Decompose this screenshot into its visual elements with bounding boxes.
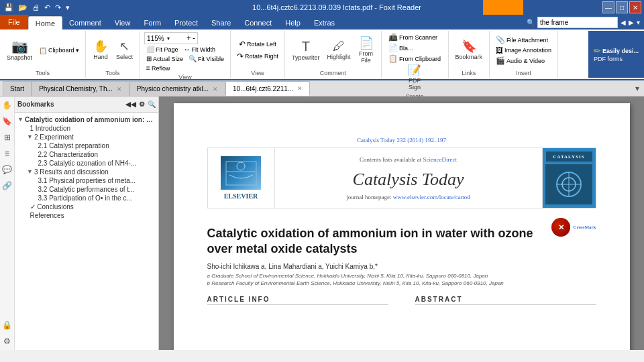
close-tab-current[interactable]: ✕ <box>297 85 303 92</box>
from-file-icon: 📄 <box>359 37 374 49</box>
tab-view[interactable]: View <box>108 16 138 29</box>
select-icon: ↖ <box>119 40 129 52</box>
bookmark-root[interactable]: ▼ Catalytic oxidation of ammonium ion: m… <box>17 115 156 124</box>
doc-tab-physchem[interactable]: Physical Chemistry, Th... ✕ <box>32 81 129 96</box>
tab-share[interactable]: Share <box>205 16 237 29</box>
pdf-sign-button[interactable]: 📝 PDFSign <box>405 64 424 92</box>
bookmark-intro[interactable]: 1 Introduction <box>17 124 156 133</box>
bookmark-participation[interactable]: 3.3 Participation of O• in the c... <box>17 194 156 202</box>
undo-icon[interactable]: ↶ <box>43 3 52 13</box>
cover-label: CATALYSIS <box>546 152 592 162</box>
from-clipboard-button[interactable]: 📋 From Clipboard <box>386 54 443 64</box>
security-panel-icon[interactable]: 🔒 <box>1 319 13 331</box>
zoom-in-icon[interactable]: + <box>186 34 191 43</box>
from-scanner-button[interactable]: 📠 From Scanner <box>386 32 439 42</box>
typewriter-button[interactable]: T Typewriter <box>289 38 323 62</box>
bookmarks-sidebar: Bookmarks ◀◀ ⚙ 🔍 ▼ Catalytic oxidation o… <box>15 97 159 350</box>
close-tab-physchem[interactable]: ✕ <box>117 86 122 93</box>
blank-button[interactable]: 📄 Bla... <box>386 43 415 53</box>
maximize-button[interactable]: □ <box>616 1 628 13</box>
tab-form[interactable]: Form <box>137 16 168 29</box>
bookmarks-collapse-icon[interactable]: ◀◀ <box>125 101 136 108</box>
pdf-viewer[interactable]: Catalysis Today 232 (2014) 192–197 ELSEV… <box>159 97 644 350</box>
doc-tab-current[interactable]: 10...6t4j.czt6.2211... ✕ <box>225 81 310 96</box>
tab-comment[interactable]: Comment <box>62 16 108 29</box>
audio-video-button[interactable]: 🎬 Audio & Video <box>494 56 547 66</box>
search-nav-next[interactable]: ▶ <box>629 19 634 26</box>
tab-help[interactable]: Help <box>278 16 307 29</box>
window-controls[interactable]: — □ ✕ <box>602 1 641 13</box>
doc-tab-start[interactable]: Start <box>3 81 32 96</box>
journal-cover-image: CATALYSIS <box>542 148 596 208</box>
snapshot-button[interactable]: 📷 Snapshot <box>4 38 35 62</box>
quick-access-toolbar[interactable]: 💾 📂 🖨 ↶ ↷ ▾ <box>3 3 71 13</box>
bookmark-references[interactable]: References <box>17 211 156 220</box>
bookmark-button[interactable]: 🔖 Bookmark <box>453 39 486 62</box>
layers-panel-icon[interactable]: ≡ <box>1 147 13 160</box>
tab-connect[interactable]: Connect <box>237 16 278 29</box>
tabs-dropdown-button[interactable]: ▾ <box>631 81 644 96</box>
print-icon[interactable]: 🖨 <box>31 3 41 12</box>
select-tool-button[interactable]: ↖ Select <box>113 39 136 62</box>
zoom-out-icon[interactable]: - <box>193 34 195 43</box>
from-file-comment-button[interactable]: 📄 FromFile <box>356 36 377 65</box>
fit-width-button[interactable]: ↔ Fit Width <box>182 45 218 54</box>
easy-pdf-button[interactable]: ✏ Easily desi... PDF forms <box>588 31 644 78</box>
affiliation-a: a Graduate School of Environmental Scien… <box>207 273 596 279</box>
file-attachment-button[interactable]: 📎 File Attachment <box>494 35 550 45</box>
orange-accent <box>483 0 523 15</box>
tab-extras[interactable]: Extras <box>307 16 341 29</box>
comments-panel-icon[interactable]: 💬 <box>1 164 13 176</box>
doc-tab-physchem2[interactable]: Physico chemistry atkl... ✕ <box>129 81 225 96</box>
pdf-authors: Sho-ichi Ichikawa a, Lina Mahardiani a, … <box>207 263 596 270</box>
elsevier-label: ELSEVIER <box>224 192 258 200</box>
bookmarks-panel-icon[interactable]: 🔖 <box>1 115 13 127</box>
properties-panel-icon[interactable]: ⚙ <box>1 335 13 347</box>
bookmark-conclusions[interactable]: ✓ Conclusions <box>17 202 156 211</box>
bookmark-catalytic-perf[interactable]: 3.2 Catalytic performances of t... <box>17 185 156 194</box>
bookmark-experiment[interactable]: ▼ 2 Experiment <box>17 133 156 141</box>
fit-visible-button[interactable]: 🔍 Fit Visible <box>186 54 226 63</box>
clipboard-icon: 📋 <box>39 47 47 54</box>
search-more[interactable]: ▾ <box>637 19 640 26</box>
redo-icon[interactable]: ↷ <box>54 3 62 13</box>
reflow-button[interactable]: ≡ Reflow <box>144 64 172 72</box>
bookmark-catalytic-ozon[interactable]: 2.3 Catalytic ozonation of NH4-... <box>17 159 156 168</box>
pdf-journal-info: Contents lists available at ScienceDirec… <box>275 148 542 208</box>
minimize-button[interactable]: — <box>602 1 614 13</box>
tab-home[interactable]: Home <box>28 16 62 29</box>
zoom-dropdown-icon: ▾ <box>167 36 170 42</box>
bookmarks-search-icon[interactable]: 🔍 <box>148 101 156 108</box>
zoom-control[interactable]: 115% ▾ + - <box>144 32 198 44</box>
bookmark-characterization[interactable]: 2.2 Characterization <box>17 150 156 159</box>
clipboard-button[interactable]: 📋 Clipboard ▾ <box>37 46 81 55</box>
save-icon[interactable]: 💾 <box>3 3 15 13</box>
snapshot-icon: 📷 <box>11 40 28 53</box>
search-input[interactable] <box>537 17 618 28</box>
close-button[interactable]: ✕ <box>629 1 641 13</box>
hand-tool-button[interactable]: ✋ Hand <box>90 39 111 62</box>
rotate-left-button[interactable]: ↶ Rotate Left <box>237 39 278 50</box>
image-annotation-button[interactable]: 🖼 Image Annotation <box>494 46 553 55</box>
actual-size-button[interactable]: ⊞ Actual Size <box>144 54 185 63</box>
links-panel-icon[interactable]: 🔗 <box>1 180 13 192</box>
thumbs-panel-icon[interactable]: ⊞ <box>1 131 13 143</box>
ribbon-tabs: File Home Comment View Form Protect Shar… <box>0 15 644 29</box>
fit-page-button[interactable]: ⬜ Fit Page <box>144 45 180 54</box>
dropdown-icon[interactable]: ▾ <box>64 3 71 13</box>
bookmark-physical[interactable]: 3.1 Physical properties of meta... <box>17 176 156 185</box>
open-icon[interactable]: 📂 <box>17 3 29 13</box>
tab-file[interactable]: File <box>0 15 28 29</box>
tab-protect[interactable]: Protect <box>168 16 205 29</box>
document-tabs-bar: Start Physical Chemistry, Th... ✕ Physic… <box>0 80 644 97</box>
bookmark-results[interactable]: ▼ 3 Results and discussion <box>17 168 156 176</box>
close-tab-physchem2[interactable]: ✕ <box>213 86 218 93</box>
hand-tool-rail-icon[interactable]: ✋ <box>1 99 13 111</box>
crossmark: ✕ CrossMark <box>551 218 596 237</box>
bookmark-catalyst-prep[interactable]: 2.1 Catalyst preparation <box>17 141 156 150</box>
rotate-right-button[interactable]: ↷ Rotate Right <box>235 51 280 62</box>
highlight-button[interactable]: 🖊 Highlight <box>325 39 354 62</box>
search-nav-prev[interactable]: ◀ <box>621 19 626 26</box>
highlight-icon: 🖊 <box>333 40 345 52</box>
bookmarks-options-icon[interactable]: ⚙ <box>139 101 145 108</box>
